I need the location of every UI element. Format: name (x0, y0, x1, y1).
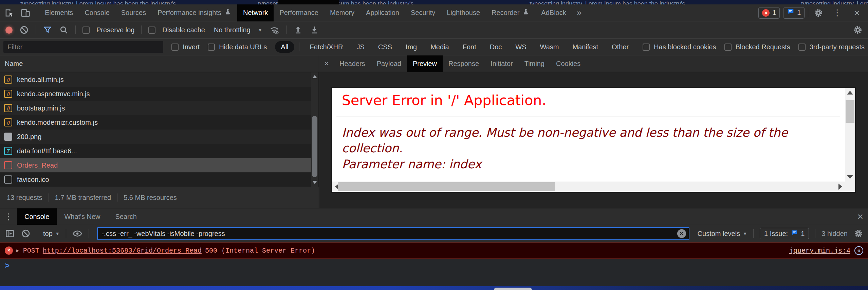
live-expression-eye-icon[interactable] (72, 228, 82, 239)
blocked-requests-checkbox[interactable] (724, 44, 732, 51)
type-filter-ws[interactable]: WS (510, 41, 532, 53)
console-sidebar-toggle-icon[interactable] (5, 228, 15, 239)
scrollbar-thumb[interactable] (846, 100, 854, 123)
name-column-header[interactable]: Name (0, 55, 319, 72)
export-har-icon[interactable] (310, 25, 319, 35)
scroll-up-arrow[interactable] (312, 75, 317, 78)
request-list-scrollbar[interactable] (311, 72, 318, 187)
scrollbar-thumb[interactable] (338, 182, 555, 191)
expand-triangle-icon[interactable]: ▶ (16, 248, 19, 253)
tab-payload[interactable]: Payload (371, 55, 407, 72)
scroll-up-arrow[interactable] (847, 91, 853, 95)
request-row[interactable]: ( ) bootstrap.min.js (0, 101, 311, 115)
request-row[interactable]: T data:font/ttf;base6... (0, 144, 311, 158)
tab-headers[interactable]: Headers (334, 55, 371, 72)
invert-checkbox[interactable] (171, 44, 179, 51)
tab-lighthouse[interactable]: Lighthouse (441, 4, 486, 21)
drawer-menu-icon[interactable]: ⋮ (0, 211, 17, 222)
hide-data-urls-checkbox[interactable] (208, 44, 215, 51)
more-tabs-icon[interactable]: » (572, 7, 586, 18)
disable-cache-checkbox[interactable] (148, 27, 155, 34)
hidden-messages-label[interactable]: 3 hidden (821, 230, 848, 238)
tab-sources[interactable]: Sources (115, 4, 152, 21)
request-row[interactable]: 200.png (0, 130, 311, 144)
console-settings-gear-icon[interactable] (854, 229, 863, 238)
tab-initiator[interactable]: Initiator (485, 55, 519, 72)
tab-response[interactable]: Response (443, 55, 485, 72)
request-row[interactable]: ( ) kendo.aspnetmvc.min.js (0, 87, 311, 101)
tab-application[interactable]: Application (360, 4, 405, 21)
third-party-requests-checkbox[interactable] (798, 44, 806, 51)
console-error-message[interactable]: × ▶ POST http://localhost:53683/Grid/Ord… (0, 242, 868, 259)
overflow-menu-icon[interactable]: ⋮ (829, 7, 846, 18)
close-detail-icon[interactable]: × (319, 59, 334, 68)
tab-adblock[interactable]: AdBlock (535, 4, 572, 21)
tab-network[interactable]: Network (237, 4, 274, 21)
preserve-log-label: Preserve log (96, 26, 134, 34)
preserve-log-checkbox[interactable] (82, 27, 90, 34)
tab-elements[interactable]: Elements (39, 4, 79, 21)
request-row[interactable]: ( ) kendo.modernizr.custom.js (0, 115, 311, 130)
type-filter-all[interactable]: All (275, 41, 294, 53)
inspect-element-icon[interactable] (0, 8, 18, 18)
scroll-down-arrow[interactable] (312, 181, 317, 184)
request-row-selected[interactable]: Orders_Read (0, 158, 311, 172)
tab-memory[interactable]: Memory (324, 4, 360, 21)
settings-gear-icon[interactable] (812, 8, 825, 18)
type-filter-doc[interactable]: Doc (484, 41, 508, 53)
close-drawer-icon[interactable]: × (852, 211, 868, 222)
search-icon[interactable] (59, 25, 69, 35)
error-source-link[interactable]: jquery.min.js:4 (789, 247, 850, 255)
drawer-tab-search[interactable]: Search (108, 208, 144, 225)
message-count-badge[interactable]: 1 (783, 7, 805, 19)
tab-cookies[interactable]: Cookies (550, 55, 586, 72)
filter-funnel-icon[interactable] (43, 25, 52, 35)
close-devtools-icon[interactable]: × (849, 8, 865, 18)
tab-performance[interactable]: Performance (274, 4, 324, 21)
network-conditions-icon[interactable] (269, 25, 279, 35)
import-har-icon[interactable] (293, 25, 303, 35)
tab-timing[interactable]: Timing (519, 55, 550, 72)
error-url-link[interactable]: http://localhost:53683/Grid/Orders_Read (43, 247, 202, 255)
type-filter-other[interactable]: Other (606, 41, 634, 53)
has-blocked-cookies-checkbox[interactable] (643, 44, 650, 51)
scroll-down-arrow[interactable] (847, 175, 853, 179)
type-filter-css[interactable]: CSS (372, 41, 398, 53)
tab-preview[interactable]: Preview (407, 55, 443, 72)
issues-button[interactable]: 1 Issue: 1 (760, 228, 809, 239)
request-row[interactable]: ( ) kendo.all.min.js (0, 72, 311, 87)
clear-filter-icon[interactable]: × (677, 229, 686, 238)
preview-vertical-scrollbar[interactable] (845, 88, 855, 182)
error-count-badge[interactable]: × 1 (758, 7, 780, 19)
clear-network-log-icon[interactable] (19, 25, 29, 35)
network-filter-input[interactable] (3, 41, 163, 53)
toggle-device-toolbar-icon[interactable] (18, 8, 33, 18)
drawer-tab-console[interactable]: Console (17, 208, 57, 225)
request-row[interactable]: favicon.ico (0, 172, 311, 187)
preview-horizontal-scrollbar[interactable] (332, 182, 845, 192)
type-filter-fetch-xhr[interactable]: Fetch/XHR (304, 41, 349, 53)
console-prompt[interactable]: > (0, 259, 868, 271)
type-filter-media[interactable]: Media (425, 41, 455, 53)
type-filter-img[interactable]: Img (400, 41, 423, 53)
tab-security[interactable]: Security (405, 4, 441, 21)
type-filter-font[interactable]: Font (457, 41, 482, 53)
tab-performance-insights[interactable]: Performance insights (152, 4, 237, 21)
type-filter-js[interactable]: JS (351, 41, 370, 53)
generic-file-icon (4, 175, 12, 184)
console-filter-input[interactable] (102, 230, 677, 238)
tab-recorder[interactable]: Recorder (486, 4, 535, 21)
clear-console-icon[interactable] (21, 229, 31, 238)
scrollbar-thumb[interactable] (312, 116, 317, 177)
type-filter-manifest[interactable]: Manifest (567, 41, 604, 53)
custom-levels-dropdown[interactable]: Custom levels ▼ (698, 230, 747, 238)
xhr-reveal-icon[interactable]: ⇅ (854, 246, 863, 255)
tab-console[interactable]: Console (79, 4, 115, 21)
type-filter-wasm[interactable]: Wasm (534, 41, 565, 53)
record-network-log-button[interactable] (5, 27, 13, 34)
scroll-right-arrow[interactable] (838, 184, 842, 190)
javascript-context-dropdown[interactable]: top ▼ (43, 230, 60, 238)
network-settings-gear-icon[interactable] (853, 25, 863, 35)
throttling-dropdown[interactable]: No throttling ▼ (214, 26, 262, 34)
drawer-tab-whats-new[interactable]: What's New (57, 208, 108, 225)
